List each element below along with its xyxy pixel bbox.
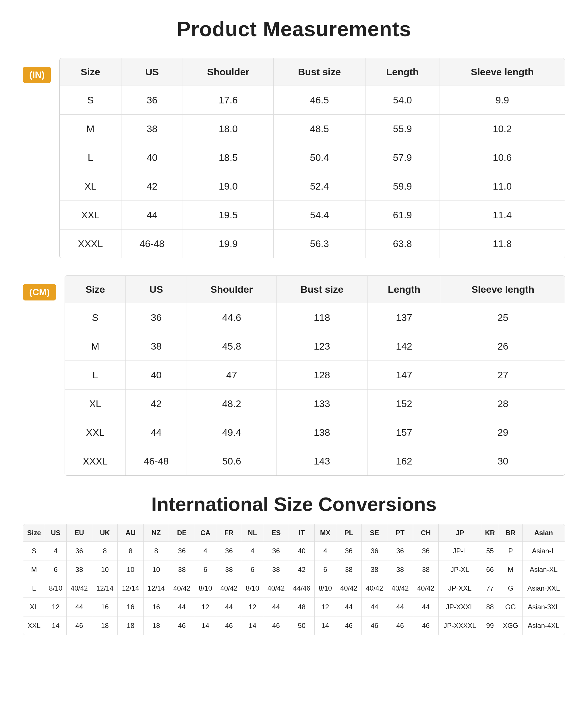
in-col-length: Length	[365, 58, 440, 86]
intl-col-header: SE	[362, 524, 387, 542]
cm-table-body: S3644.611813725M3845.812314226L404712814…	[65, 303, 565, 476]
table-cell: 36	[413, 542, 438, 560]
table-cell: 59.9	[365, 172, 440, 201]
table-cell: 40	[126, 361, 187, 390]
in-table-body: S3617.646.554.09.9M3818.048.555.910.2L40…	[60, 86, 565, 258]
table-cell: 9.9	[440, 86, 565, 115]
table-cell: 128	[276, 361, 367, 390]
table-cell: 147	[367, 361, 441, 390]
in-col-shoulder: Shoulder	[183, 58, 274, 86]
table-cell: 17.6	[183, 86, 274, 115]
table-cell: S	[65, 303, 126, 332]
table-row: XXL4449.413815729	[65, 418, 565, 447]
table-cell: 63.8	[365, 229, 440, 258]
in-col-bust: Bust size	[274, 58, 365, 86]
table-cell: 36	[362, 542, 387, 560]
intl-col-header: DE	[169, 524, 195, 542]
table-cell: XXL	[23, 616, 45, 635]
table-cell: M	[23, 560, 45, 579]
table-row: XXXL46-4819.956.363.811.8	[60, 229, 565, 258]
table-cell: Asian-3XL	[522, 598, 565, 616]
table-cell: M	[60, 115, 121, 143]
table-cell: L	[60, 143, 121, 172]
table-row: XXL4419.554.461.911.4	[60, 201, 565, 229]
table-cell: 14	[242, 616, 263, 635]
table-row: XXXL46-4850.614316230	[65, 447, 565, 476]
table-cell: 36	[336, 542, 361, 560]
table-cell: 14	[315, 616, 336, 635]
table-cell: 19.9	[183, 229, 274, 258]
table-cell: 50.6	[187, 447, 276, 476]
table-cell: 46	[169, 616, 195, 635]
table-cell: 46	[387, 616, 413, 635]
intl-col-header: JP	[439, 524, 481, 542]
table-cell: 38	[216, 560, 242, 579]
table-cell: 10	[92, 560, 118, 579]
intl-col-header: MX	[315, 524, 336, 542]
table-cell: XL	[60, 172, 121, 201]
table-cell: 8/10	[315, 579, 336, 598]
table-cell: 42	[289, 560, 314, 579]
table-cell: 162	[367, 447, 441, 476]
table-cell: 12/14	[92, 579, 118, 598]
table-cell: 19.0	[183, 172, 274, 201]
table-cell: JP-XL	[439, 560, 481, 579]
table-cell: 55	[481, 542, 499, 560]
intl-col-header: ES	[263, 524, 289, 542]
intl-col-header: EU	[66, 524, 92, 542]
table-cell: 46-48	[126, 447, 187, 476]
table-cell: Asian-4XL	[522, 616, 565, 635]
table-cell: 36	[169, 542, 195, 560]
table-cell: 152	[367, 390, 441, 418]
table-cell: 38	[121, 115, 183, 143]
table-cell: XXL	[65, 418, 126, 447]
table-cell: 18.0	[183, 115, 274, 143]
table-cell: 30	[441, 447, 565, 476]
table-cell: 8/10	[45, 579, 67, 598]
table-cell: 10.2	[440, 115, 565, 143]
table-cell: 36	[387, 542, 413, 560]
table-cell: 19.5	[183, 201, 274, 229]
table-cell: 6	[195, 560, 216, 579]
table-cell: 44	[216, 598, 242, 616]
table-cell: 48.2	[187, 390, 276, 418]
table-cell: L	[65, 361, 126, 390]
table-cell: 8/10	[242, 579, 263, 598]
intl-col-header: UK	[92, 524, 118, 542]
cm-table-wrapper: Size US Shoulder Bust size Length Sleeve…	[65, 275, 565, 476]
table-cell: 44	[387, 598, 413, 616]
table-cell: 8	[118, 542, 143, 560]
table-cell: 48.5	[274, 115, 365, 143]
table-cell: 40/42	[169, 579, 195, 598]
table-cell: 8	[92, 542, 118, 560]
intl-col-header: CA	[195, 524, 216, 542]
table-cell: P	[499, 542, 522, 560]
table-cell: 12	[315, 598, 336, 616]
table-cell: JP-XXXL	[439, 598, 481, 616]
table-cell: 46	[362, 616, 387, 635]
table-cell: 44	[126, 418, 187, 447]
table-cell: 137	[367, 303, 441, 332]
table-cell: 14	[45, 616, 67, 635]
cm-header-row: Size US Shoulder Bust size Length Sleeve…	[65, 276, 565, 303]
table-cell: 142	[367, 332, 441, 361]
table-cell: L	[23, 579, 45, 598]
table-row: M3818.048.555.910.2	[60, 115, 565, 143]
table-row: XXL14461818184614461446501446464646JP-XX…	[23, 616, 565, 635]
in-table-wrapper: Size US Shoulder Bust size Length Sleeve…	[59, 58, 565, 258]
table-cell: 44	[66, 598, 92, 616]
table-cell: 6	[242, 560, 263, 579]
intl-table: SizeUSEUUKAUNZDECAFRNLESITMXPLSEPTCHJPKR…	[23, 524, 565, 635]
table-row: L4018.550.457.910.6	[60, 143, 565, 172]
table-cell: 40/42	[362, 579, 387, 598]
table-cell: 38	[66, 560, 92, 579]
table-cell: S	[23, 542, 45, 560]
intl-col-header: BR	[499, 524, 522, 542]
table-cell: JP-L	[439, 542, 481, 560]
intl-col-header: PL	[336, 524, 361, 542]
table-row: S3617.646.554.09.9	[60, 86, 565, 115]
table-cell: XGG	[499, 616, 522, 635]
table-cell: 46-48	[121, 229, 183, 258]
table-cell: 38	[126, 332, 187, 361]
intl-col-header: NL	[242, 524, 263, 542]
